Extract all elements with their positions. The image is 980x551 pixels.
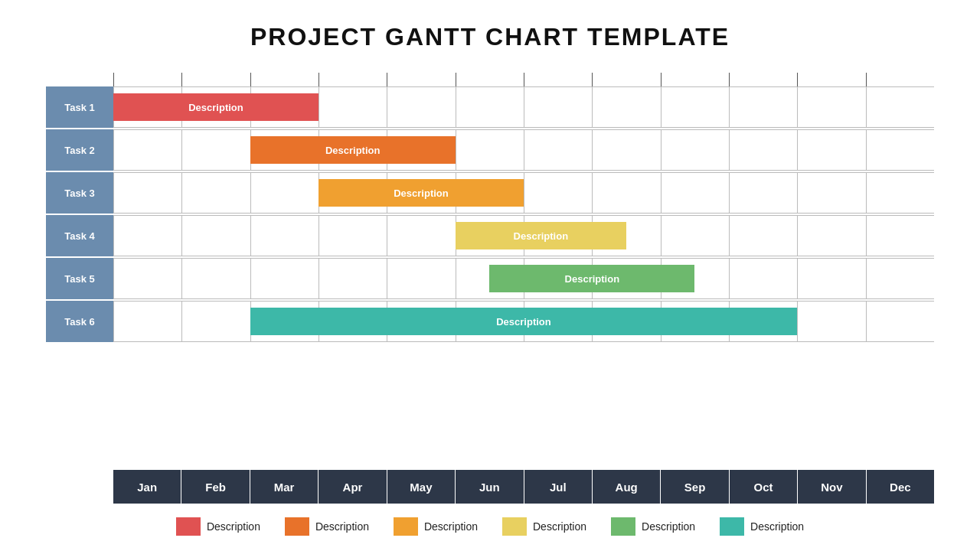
month-axis-dec: Dec [867,470,934,504]
legend-swatch-6 [720,517,744,536]
task-row-task2: Description [113,129,934,171]
page-title: PROJECT GANTT CHART TEMPLATE [250,23,730,51]
legend-item-1: Description [176,517,260,536]
month-axis-may: May [387,470,456,504]
month-axis-mar: Mar [250,470,318,504]
gantt-bar-task2: Description [250,136,456,164]
legend-swatch-5 [611,517,635,536]
task-label-task6: Task 6 [46,301,113,342]
task-labels: Task 1Task 2Task 3Task 4Task 5Task 6 [46,73,113,504]
legend-swatch-3 [394,517,418,536]
gantt-bar-task4: Description [456,222,626,249]
legend: DescriptionDescriptionDescriptionDescrip… [46,517,934,536]
month-axis-jun: Jun [456,470,524,504]
legend-item-3: Description [394,517,478,536]
legend-item-6: Description [720,517,804,536]
task-label-task4: Task 4 [46,215,113,256]
legend-item-2: Description [285,517,369,536]
gantt-bar-task5: Description [489,265,694,292]
legend-label-3: Description [424,520,478,533]
task-row-task3: Description [113,172,934,214]
legend-item-5: Description [611,517,695,536]
legend-label-5: Description [642,520,695,533]
rows-container: DescriptionDescriptionDescriptionDescrip… [113,86,934,470]
months-header [113,73,934,86]
legend-label-2: Description [315,520,369,533]
task-label-task3: Task 3 [46,172,113,214]
month-axis: JanFebMarAprMayJunJulAugSepOctNovDec [113,470,934,504]
gantt-bar-task6: Description [250,308,798,335]
task-row-task1: Description [113,86,934,128]
legend-swatch-4 [502,517,527,536]
legend-item-4: Description [502,517,586,536]
month-axis-apr: Apr [318,470,387,504]
task-row-task4: Description [113,215,934,256]
chart-area: Task 1Task 2Task 3Task 4Task 5Task 6 Des… [46,73,934,504]
task-label-task1: Task 1 [46,86,113,128]
month-axis-feb: Feb [181,470,250,504]
month-axis-jul: Jul [524,470,593,504]
chart-wrapper: Task 1Task 2Task 3Task 4Task 5Task 6 Des… [46,73,934,536]
gantt-bar-task1: Description [113,93,318,121]
legend-label-1: Description [207,520,260,533]
legend-label-6: Description [750,520,804,533]
gantt-bar-task3: Description [318,179,524,207]
month-axis-sep: Sep [661,470,729,504]
task-label-task5: Task 5 [46,258,113,299]
legend-swatch-1 [176,517,201,536]
month-axis-nov: Nov [798,470,866,504]
month-axis-jan: Jan [113,470,181,504]
legend-swatch-2 [285,517,309,536]
grid-area: DescriptionDescriptionDescriptionDescrip… [113,73,934,504]
legend-label-4: Description [533,520,586,533]
task-row-task5: Description [113,258,934,299]
task-label-task2: Task 2 [46,129,113,171]
task-row-task6: Description [113,301,934,342]
month-axis-aug: Aug [593,470,661,504]
month-axis-oct: Oct [730,470,798,504]
